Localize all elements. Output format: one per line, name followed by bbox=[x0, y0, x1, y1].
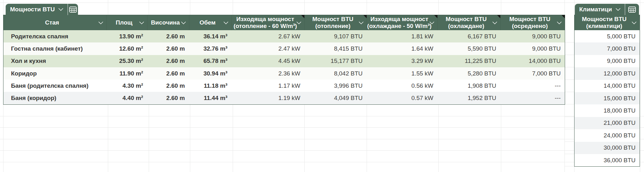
cell-heat-kw[interactable]: 4.45 kW bbox=[231, 55, 304, 67]
cell-avg-btu[interactable]: --- bbox=[500, 80, 565, 92]
cell-heat-btu[interactable]: 3,996 BTU bbox=[304, 80, 367, 92]
chevron-down-icon[interactable] bbox=[359, 19, 364, 25]
cell-avg-btu[interactable]: 9,000 BTU bbox=[500, 42, 565, 55]
column-header-cool-output[interactable]: Изходяща мощност(охлаждане - 50 W/m³) bbox=[367, 15, 437, 30]
ac-table-tab[interactable]: Климатици bbox=[575, 4, 639, 15]
cell-room[interactable]: Гостна спалня (кабинет) bbox=[3, 42, 106, 55]
column-header-avg-btu[interactable]: Мощност BTU(осреднено) bbox=[500, 15, 565, 30]
cell-area[interactable]: 4.30 m² bbox=[106, 80, 147, 92]
cell-volume[interactable]: 11.18 m³ bbox=[189, 80, 231, 92]
cell-room[interactable]: Коридор bbox=[3, 67, 106, 80]
cell-cool-btu[interactable]: 1,908 BTU bbox=[437, 80, 500, 92]
header-sublabel: (отопление) bbox=[315, 23, 350, 30]
list-item[interactable]: 9,000 BTU bbox=[575, 55, 640, 67]
comment-triangle bbox=[562, 15, 565, 18]
cell-cool-kw[interactable]: 1.81 kW bbox=[367, 30, 437, 42]
chevron-down-icon[interactable] bbox=[632, 19, 637, 25]
cell-cool-kw[interactable]: 0.56 kW bbox=[367, 80, 437, 92]
column-header-ac-btu[interactable]: Мощности BTU (климатици) bbox=[575, 15, 640, 30]
cell-avg-btu[interactable]: --- bbox=[500, 92, 565, 104]
cell-heat-kw[interactable]: 1.17 kW bbox=[231, 80, 304, 92]
cell-area[interactable]: 13.90 m² bbox=[106, 30, 147, 42]
cell-heat-btu[interactable]: 9,107 BTU bbox=[304, 30, 367, 42]
cell-volume[interactable]: 11.44 m³ bbox=[189, 92, 231, 104]
ac-btu-table: Мощности BTU (климатици) 5,000 BTU 7,000… bbox=[574, 15, 640, 167]
chevron-down-icon[interactable] bbox=[557, 19, 562, 25]
cell-cool-kw[interactable]: 0.57 kW bbox=[367, 92, 437, 104]
cell-volume[interactable]: 32.76 m³ bbox=[189, 42, 231, 55]
table-grid-icon[interactable] bbox=[68, 7, 78, 13]
cell-avg-btu[interactable]: 14,000 BTU bbox=[500, 55, 565, 67]
chevron-down-icon[interactable] bbox=[98, 19, 103, 25]
column-header-volume[interactable]: Обем bbox=[189, 15, 231, 30]
cell-volume[interactable]: 30.94 m³ bbox=[189, 67, 231, 80]
cell-cool-btu[interactable]: 11,225 BTU bbox=[437, 55, 500, 67]
cell-heat-kw[interactable]: 2.47 kW bbox=[231, 42, 304, 55]
cell-heat-btu[interactable]: 15,177 BTU bbox=[304, 55, 367, 67]
chevron-down-icon[interactable] bbox=[297, 19, 302, 25]
chevron-down-icon[interactable] bbox=[58, 6, 64, 11]
cell-room[interactable]: Родителска спалня bbox=[3, 30, 106, 42]
cell-heat-btu[interactable]: 8,415 BTU bbox=[304, 42, 367, 55]
list-item[interactable]: 15,000 BTU bbox=[575, 92, 640, 104]
list-item[interactable]: 30,000 BTU bbox=[575, 142, 640, 154]
header-label: Изходяща мощност bbox=[370, 16, 428, 23]
cell-cool-btu[interactable]: 1,952 BTU bbox=[437, 92, 500, 104]
cell-room[interactable]: Хол и кухня bbox=[3, 55, 106, 67]
cell-volume[interactable]: 65.78 m³ bbox=[189, 55, 231, 67]
chevron-down-icon[interactable] bbox=[616, 6, 621, 11]
column-header-heat-btu[interactable]: Мощност BTU(отопление) bbox=[304, 15, 367, 30]
cell-area[interactable]: 11.90 m² bbox=[106, 67, 147, 80]
cell-heat-kw[interactable]: 1.19 kW bbox=[231, 92, 304, 104]
column-header-cool-btu[interactable]: Мощност BTU(охлаждане) bbox=[437, 15, 500, 30]
cell-heat-btu[interactable]: 8,042 BTU bbox=[304, 67, 367, 80]
cell-room[interactable]: Баня (родителска спалня) bbox=[3, 80, 106, 92]
cell-cool-btu[interactable]: 5,590 BTU bbox=[437, 42, 500, 55]
cell-cool-btu[interactable]: 5,280 BTU bbox=[437, 67, 500, 80]
chevron-down-icon[interactable] bbox=[492, 19, 497, 25]
comment-triangle bbox=[364, 15, 367, 18]
cell-cool-kw[interactable]: 1.55 kW bbox=[367, 67, 437, 80]
list-item[interactable]: 36,000 BTU bbox=[575, 154, 640, 166]
table-row: Баня (родителска спалня) 4.30 m² 2.60 m … bbox=[3, 80, 565, 92]
cell-avg-btu[interactable]: 9,000 BTU bbox=[500, 30, 565, 42]
chevron-down-icon[interactable] bbox=[181, 19, 186, 25]
header-sublabel: (охлаждане - 50 W/m³) bbox=[367, 23, 432, 30]
header-label: Стая bbox=[45, 19, 59, 26]
list-item[interactable]: 24,000 BTU bbox=[575, 129, 640, 141]
column-header-room[interactable]: Стая bbox=[3, 15, 106, 30]
cell-heat-kw[interactable]: 2.36 kW bbox=[231, 67, 304, 80]
cell-height[interactable]: 2.60 m bbox=[147, 55, 189, 67]
cell-area[interactable]: 12.60 m² bbox=[106, 42, 147, 55]
main-table-tab[interactable]: Мощности BTU bbox=[6, 4, 78, 15]
chevron-down-icon[interactable] bbox=[224, 19, 229, 25]
table-row: Гостна спалня (кабинет) 12.60 m² 2.60 m … bbox=[3, 42, 565, 55]
cell-area[interactable]: 25.30 m² bbox=[106, 55, 147, 67]
column-header-heat-output[interactable]: Изходяща мощност(отопление - 60 W/m³) bbox=[231, 15, 304, 30]
cell-volume[interactable]: 36.14 m³ bbox=[189, 30, 231, 42]
cell-heat-kw[interactable]: 2.67 kW bbox=[231, 30, 304, 42]
column-header-height[interactable]: Височина bbox=[147, 15, 189, 30]
cell-avg-btu[interactable]: 7,000 BTU bbox=[500, 67, 565, 80]
cell-heat-btu[interactable]: 4,049 BTU bbox=[304, 92, 367, 104]
chevron-down-icon[interactable] bbox=[139, 19, 144, 25]
list-item[interactable]: 5,000 BTU bbox=[575, 30, 640, 42]
cell-height[interactable]: 2.60 m bbox=[147, 42, 189, 55]
cell-height[interactable]: 2.60 m bbox=[147, 67, 189, 80]
list-item[interactable]: 12,000 BTU bbox=[575, 67, 640, 80]
cell-area[interactable]: 4.40 m² bbox=[106, 92, 147, 104]
cell-cool-btu[interactable]: 6,167 BTU bbox=[437, 30, 500, 42]
list-item[interactable]: 7,000 BTU bbox=[575, 42, 640, 55]
list-item[interactable]: 21,000 BTU bbox=[575, 117, 640, 129]
cell-cool-kw[interactable]: 1.64 kW bbox=[367, 42, 437, 55]
table-grid-icon[interactable] bbox=[625, 7, 639, 13]
cell-height[interactable]: 2.60 m bbox=[147, 92, 189, 104]
header-label: Мощност BTU bbox=[509, 16, 551, 23]
cell-height[interactable]: 2.60 m bbox=[147, 80, 189, 92]
column-header-area[interactable]: Площ bbox=[106, 15, 147, 30]
cell-height[interactable]: 2.60 m bbox=[147, 30, 189, 42]
cell-cool-kw[interactable]: 3.29 kW bbox=[367, 55, 437, 67]
cell-room[interactable]: Баня (коридор) bbox=[3, 92, 106, 104]
list-item[interactable]: 18,000 BTU bbox=[575, 104, 640, 117]
list-item[interactable]: 14,000 BTU bbox=[575, 80, 640, 92]
